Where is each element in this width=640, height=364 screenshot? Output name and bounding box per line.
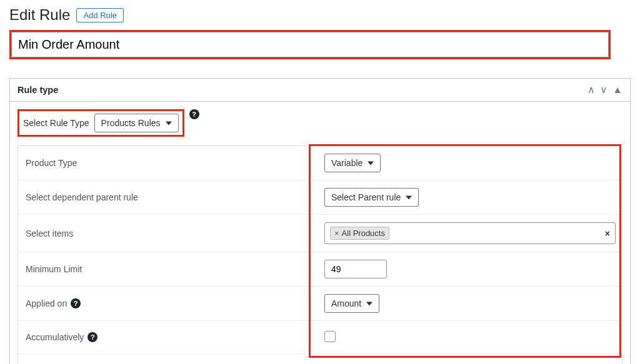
item-tag: × All Products: [330, 227, 389, 240]
rule-type-selected: Products Rules: [101, 118, 161, 128]
panel-controls: ∧ ∨ ▲: [588, 85, 622, 95]
clear-all-icon[interactable]: ×: [605, 229, 610, 239]
row-product-type: Product Type Variable: [18, 146, 622, 180]
product-type-selected: Variable: [331, 158, 362, 168]
accumulatively-checkbox[interactable]: [324, 331, 336, 342]
parent-rule-selected: Select Parent rule: [331, 192, 401, 202]
move-up-icon[interactable]: ∧: [588, 85, 595, 95]
row-applied-on: Applied on ? Amount: [18, 287, 622, 321]
rule-name-input[interactable]: [11, 32, 609, 57]
label-select-items: Select items: [18, 217, 318, 250]
label-parent-rule: Select dependent parent rule: [18, 181, 318, 214]
row-select-items: Select items × All Products ×: [18, 215, 622, 252]
move-down-icon[interactable]: ∨: [600, 85, 608, 95]
row-accumulatively: Accumulatively ?: [18, 321, 622, 354]
label-applied-on: Applied on ?: [18, 287, 318, 320]
panel-header: Rule type ∧ ∨ ▲: [10, 79, 630, 102]
help-icon[interactable]: ?: [189, 109, 199, 119]
items-tag-input[interactable]: × All Products ×: [324, 222, 616, 244]
page-title: Edit Rule: [9, 6, 70, 24]
label-min-limit: Minimum Limit: [18, 253, 318, 285]
applied-on-select[interactable]: Amount: [324, 294, 379, 313]
row-parent-rule: Select dependent parent rule Select Pare…: [18, 180, 622, 215]
rule-type-select[interactable]: Products Rules: [94, 114, 179, 132]
label-accumulatively: Accumulatively ?: [18, 321, 318, 353]
collapse-icon[interactable]: ▲: [612, 85, 622, 95]
panel-title: Rule type: [18, 85, 58, 95]
applied-on-selected: Amount: [331, 298, 361, 308]
parent-rule-select[interactable]: Select Parent rule: [324, 188, 419, 207]
rule-name-highlight: [9, 30, 611, 59]
row-more-options: More Options Hide Options: [18, 354, 622, 364]
help-icon[interactable]: ?: [88, 332, 98, 342]
rule-type-highlight: Select Rule Type Products Rules: [18, 109, 184, 137]
panel-body: Select Rule Type Products Rules ? Produc…: [10, 102, 630, 364]
form-area: Product Type Variable Select dependent p…: [18, 145, 622, 364]
row-min-limit: Minimum Limit: [18, 252, 622, 287]
label-more-options: More Options: [18, 354, 318, 364]
header-row: Edit Rule Add Rule: [9, 6, 631, 24]
remove-tag-icon[interactable]: ×: [334, 229, 339, 238]
rule-type-panel: Rule type ∧ ∨ ▲ Select Rule Type Product…: [9, 78, 631, 364]
label-product-type: Product Type: [18, 147, 318, 179]
help-icon[interactable]: ?: [71, 298, 81, 308]
add-rule-button[interactable]: Add Rule: [76, 8, 123, 22]
tag-label: All Products: [342, 229, 385, 238]
rule-type-label: Select Rule Type: [23, 118, 89, 128]
min-limit-input[interactable]: [324, 260, 387, 278]
product-type-select[interactable]: Variable: [324, 154, 381, 172]
